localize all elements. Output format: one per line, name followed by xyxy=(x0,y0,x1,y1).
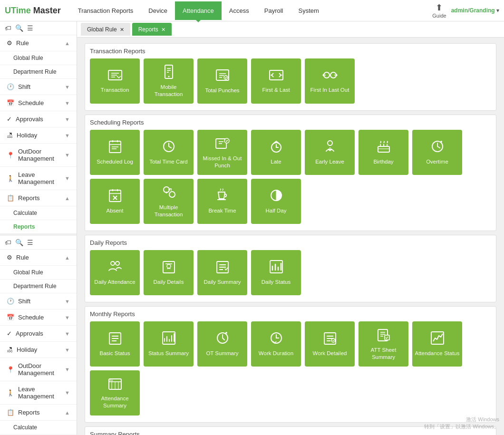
card-transaction-label: Transaction xyxy=(101,87,129,94)
card-break-time[interactable]: Break Time xyxy=(197,179,247,224)
tab-reports[interactable]: Reports ✕ xyxy=(132,23,172,36)
sidebar-toolbar-2: 🏷 🔍 ☰ xyxy=(0,236,77,250)
sidebar-item-shift-2[interactable]: 🕐 Shift ▼ xyxy=(0,293,77,309)
card-basic-status[interactable]: Basic Status xyxy=(90,321,140,367)
card-total-time-card[interactable]: Total Time Card xyxy=(144,130,194,175)
card-first-last[interactable]: First & Last xyxy=(251,58,301,104)
sidebar-item-schedule-2[interactable]: 📅 Schedule ▼ xyxy=(0,309,77,326)
sidebar-calculate[interactable]: Calculate xyxy=(0,206,77,220)
nav-system[interactable]: System xyxy=(291,1,326,20)
sidebar-item-outdoor[interactable]: 📍 OutDoor Management ▼ xyxy=(0,144,77,167)
user-info[interactable]: admin/Granding ▾ xyxy=(451,7,499,14)
card-late[interactable]: Late xyxy=(251,130,301,175)
tab-global-rule-label: Global Rule xyxy=(87,26,117,33)
svg-point-21 xyxy=(116,261,119,265)
sidebar-approvals-label-2: Approvals xyxy=(16,330,43,337)
list-icon[interactable]: ☰ xyxy=(27,24,33,32)
sidebar-item-holiday[interactable]: 🏖 Holiday ▼ xyxy=(0,127,77,144)
chevron-icon: ▼ xyxy=(65,299,70,304)
card-status-summary[interactable]: Status Summary xyxy=(144,321,194,367)
list-icon-2[interactable]: ☰ xyxy=(27,239,33,246)
card-daily-status[interactable]: Daily Status xyxy=(251,250,301,295)
sidebar-item-holiday-2[interactable]: 🏖 Holiday ▼ xyxy=(0,342,77,358)
card-multiple-transaction[interactable]: Multiple Transaction xyxy=(144,179,194,224)
card-birthday[interactable]: Birthday xyxy=(359,130,408,175)
top-right: ⬆ Guide admin/Granding ▾ xyxy=(432,2,499,19)
sidebar-shift-label-2: Shift xyxy=(18,298,30,305)
nav-device[interactable]: Device xyxy=(141,1,175,20)
chevron-icon: ▼ xyxy=(65,133,70,138)
chevron-icon: ▲ xyxy=(65,195,70,201)
sidebar-outdoor-label-2: OutDoor Management xyxy=(18,362,65,377)
sidebar-department-rule-2[interactable]: Department Rule xyxy=(0,280,77,293)
reports-icon-2: 📋 xyxy=(7,409,14,416)
card-break-time-label: Break Time xyxy=(208,207,236,214)
tag-icon[interactable]: 🏷 xyxy=(5,24,11,32)
nav-access[interactable]: Access xyxy=(222,1,257,20)
sidebar-item-reports-2[interactable]: 📋 Reports ▲ xyxy=(0,405,77,421)
tab-reports-close[interactable]: ✕ xyxy=(161,27,165,33)
section-scheduling-header: Scheduling Reports xyxy=(90,119,491,126)
attendance-summary-icon: Att xyxy=(108,377,122,392)
nav-attendance[interactable]: Attendance xyxy=(175,1,222,20)
card-scheduled-log[interactable]: Scheduled Log xyxy=(90,130,140,175)
work-duration-icon xyxy=(269,331,283,347)
tab-global-rule[interactable]: Global Rule ✕ xyxy=(81,23,130,36)
card-attendance-status[interactable]: Attendance Status xyxy=(412,321,462,367)
card-daily-details[interactable]: Daily Details xyxy=(144,250,194,295)
username: admin xyxy=(451,7,468,14)
sidebar-item-rule-2[interactable]: ⚙ Rule ▲ xyxy=(0,250,77,266)
card-ot-summary[interactable]: OT Summary xyxy=(197,321,247,367)
holiday-icon-2: 🏖 xyxy=(7,346,13,353)
card-transaction[interactable]: Transaction xyxy=(90,58,140,104)
card-absent[interactable]: Absent xyxy=(90,179,140,224)
sidebar-global-rule[interactable]: Global Rule xyxy=(0,51,77,65)
section-daily-header: Daily Reports xyxy=(90,239,491,246)
sidebar-item-approvals-2[interactable]: ✓ Approvals ▼ xyxy=(0,326,77,342)
search-icon[interactable]: 🔍 xyxy=(15,24,23,32)
card-overtime[interactable]: Overtime xyxy=(412,130,462,175)
mobile-transaction-icon xyxy=(162,65,175,81)
sidebar-global-rule-2[interactable]: Global Rule xyxy=(0,266,77,280)
chevron-icon: ▼ xyxy=(65,100,70,106)
sidebar-calculate-2[interactable]: Calculate xyxy=(0,421,77,435)
card-daily-attendance[interactable]: Daily Attendance xyxy=(90,250,140,295)
sidebar-reports-sub[interactable]: Reports xyxy=(0,220,77,234)
card-mobile-transaction-label: Mobile Transaction xyxy=(146,84,191,98)
card-total-punches[interactable]: Total Punches xyxy=(197,58,247,104)
sidebar-item-rule[interactable]: ⚙ Rule ▲ xyxy=(0,35,77,51)
sidebar-item-reports[interactable]: 📋 Reports ▲ xyxy=(0,190,77,206)
nav-personnel[interactable]: Transaction Reports xyxy=(70,1,141,20)
svg-rect-27 xyxy=(163,332,175,344)
guide-button[interactable]: ⬆ Guide xyxy=(432,2,446,19)
card-half-day[interactable]: Half Day xyxy=(251,179,301,224)
search-icon-2[interactable]: 🔍 xyxy=(15,239,23,246)
card-att-sheet[interactable]: ATT Sheet Summary xyxy=(359,321,408,367)
card-mobile-transaction[interactable]: Mobile Transaction xyxy=(144,58,194,104)
card-early-leave[interactable]: Early Leave xyxy=(305,130,355,175)
card-missed-punch[interactable]: Missed In & Out Punch xyxy=(197,130,247,175)
sidebar-item-outdoor-2[interactable]: 📍 OutDoor Management ▼ xyxy=(0,358,77,381)
card-work-detailed[interactable]: Work Detailed xyxy=(305,321,355,367)
svg-point-20 xyxy=(111,261,115,265)
card-first-in-last-out[interactable]: First In Last Out xyxy=(305,58,355,104)
tag-icon-2[interactable]: 🏷 xyxy=(5,239,11,246)
right-panel: Global Rule ✕ Reports ✕ Transaction Repo… xyxy=(77,21,504,435)
chevron-icon: ▲ xyxy=(65,410,70,416)
guide-icon: ⬆ xyxy=(436,2,443,13)
card-half-day-label: Half Day xyxy=(265,207,286,214)
svg-point-13 xyxy=(328,141,332,145)
transaction-cards: Transaction Mobile Transaction xyxy=(90,58,491,104)
card-work-duration[interactable]: Work Duration xyxy=(251,321,301,367)
nav-payroll[interactable]: Payroll xyxy=(257,1,291,20)
tab-global-rule-close[interactable]: ✕ xyxy=(120,27,124,33)
sidebar-item-leave-2[interactable]: 🚶 Leave Management ▼ xyxy=(0,381,77,405)
card-daily-summary[interactable]: Daily Summary xyxy=(197,250,247,295)
sidebar-item-schedule[interactable]: 📅 Schedule ▼ xyxy=(0,95,77,111)
sidebar-department-rule[interactable]: Department Rule xyxy=(0,65,77,79)
sidebar-item-approvals[interactable]: ✓ Approvals ▼ xyxy=(0,111,77,127)
card-attendance-summary[interactable]: Att Attendance Summary xyxy=(90,370,140,416)
sidebar-item-leave[interactable]: 🚶 Leave Management ▼ xyxy=(0,167,77,190)
holiday-icon: 🏖 xyxy=(7,132,13,139)
sidebar-item-shift[interactable]: 🕐 Shift ▼ xyxy=(0,79,77,95)
